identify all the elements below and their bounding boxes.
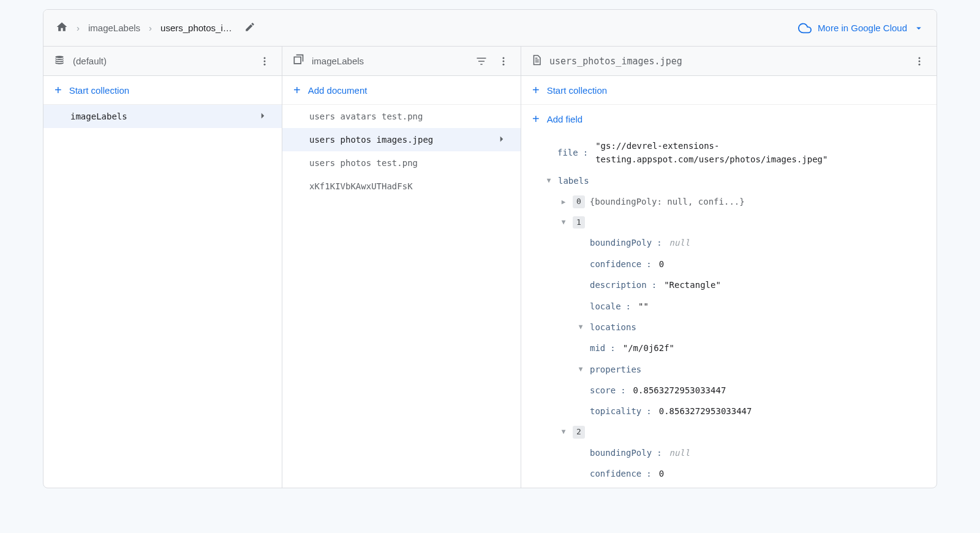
root-column-title: (default) — [73, 56, 107, 66]
svg-point-2 — [264, 63, 266, 65]
home-icon[interactable] — [56, 21, 68, 35]
field-row-label-0[interactable]: ▶ 0 {boundingPoly: null, confi...} — [521, 191, 937, 212]
field-row-locations[interactable]: ▼ locations — [521, 317, 937, 338]
more-icon[interactable] — [496, 54, 511, 69]
field-key: locations — [590, 320, 636, 334]
add-field-label: Add field — [547, 114, 582, 124]
cloud-link-label: More in Google Cloud — [818, 23, 907, 33]
document-item-label: users_photos_test.png — [296, 158, 507, 168]
field-row[interactable]: description: "Rectangle" — [521, 274, 937, 295]
field-key: description — [590, 278, 647, 292]
collection-item-imageLabels[interactable]: imageLabels — [43, 105, 282, 128]
field-row-properties[interactable]: ▼ properties — [521, 359, 937, 380]
document-item-label: users_avatars_test.png — [296, 112, 507, 121]
field-row[interactable]: boundingPoly: null — [521, 232, 937, 253]
field-key: confidence — [590, 467, 641, 480]
collapse-icon[interactable]: ▼ — [576, 322, 585, 333]
field-row-label-1[interactable]: ▼ 1 — [521, 213, 937, 233]
field-value: "/m/0j62f" — [623, 341, 674, 355]
fields-column-header: users_photos_images.jpeg — [521, 47, 937, 76]
field-row[interactable]: score: 0.8563272953033447 — [521, 380, 937, 401]
plus-icon: + — [293, 84, 301, 96]
field-key: properties — [590, 363, 641, 376]
field-value: "Rectangle" — [664, 278, 721, 292]
document-item[interactable]: users_photos_test.png — [282, 151, 521, 175]
start-collection-button[interactable]: + Start collection — [521, 76, 937, 104]
field-value: "gs://devrel-extensions-testing.appspot.… — [595, 139, 927, 167]
field-value: 0 — [659, 257, 664, 271]
topbar: › imageLabels › users_photos_i… More in … — [43, 10, 937, 47]
field-key: file — [557, 146, 578, 159]
field-key: boundingPoly — [590, 446, 652, 459]
root-column-header: (default) — [43, 47, 282, 76]
field-key: labels — [558, 174, 589, 187]
field-row[interactable]: locale: "" — [521, 296, 937, 317]
array-index-badge: 1 — [573, 216, 585, 229]
start-collection-button[interactable]: + Start collection — [43, 76, 282, 104]
start-collection-label: Start collection — [547, 85, 607, 96]
expand-icon[interactable]: ▶ — [559, 197, 568, 208]
field-row[interactable]: confidence: 0 — [521, 463, 937, 484]
field-row-label-2[interactable]: ▼ 2 — [521, 422, 937, 442]
collapse-icon[interactable]: ▼ — [559, 217, 568, 228]
document-item-label: xKf1KIVbKAwxUTHadFsK — [296, 181, 507, 191]
field-key: confidence — [590, 257, 641, 271]
filter-icon[interactable] — [474, 54, 489, 69]
svg-point-7 — [919, 60, 921, 62]
document-item[interactable]: xKf1KIVbKAwxUTHadFsK — [282, 175, 521, 198]
fields-column: users_photos_images.jpeg + Start collect… — [521, 47, 937, 488]
field-row[interactable]: topicality: 0.8563272953033447 — [521, 401, 937, 421]
svg-point-6 — [919, 57, 921, 59]
add-field-button[interactable]: + Add field — [521, 105, 937, 133]
collection-item-label: imageLabels — [57, 112, 257, 121]
collection-icon — [292, 54, 304, 68]
field-row-file[interactable]: file: "gs://devrel-extensions-testing.ap… — [521, 135, 937, 170]
document-icon — [531, 55, 542, 67]
svg-point-4 — [503, 60, 505, 62]
array-index-badge: 0 — [573, 195, 585, 208]
chevron-right-icon — [257, 110, 268, 123]
field-row-labels[interactable]: ▼ labels — [521, 170, 937, 191]
edit-icon[interactable] — [244, 21, 255, 34]
database-panel: › imageLabels › users_photos_i… More in … — [43, 9, 937, 488]
document-item[interactable]: users_avatars_test.png — [282, 105, 521, 128]
database-icon — [53, 54, 66, 68]
breadcrumb-item[interactable]: users_photos_i… — [160, 23, 232, 33]
documents-column-header: imageLabels — [282, 47, 521, 76]
field-row[interactable]: mid: "/m/0j62f" — [521, 338, 937, 358]
breadcrumb-separator: › — [77, 23, 80, 33]
add-document-button[interactable]: + Add document — [282, 76, 521, 104]
chevron-down-icon — [913, 23, 924, 34]
field-key: topicality — [590, 404, 641, 418]
documents-column: imageLabels + Add document users_avatars… — [282, 47, 521, 488]
breadcrumb: › imageLabels › users_photos_i… — [56, 21, 255, 35]
breadcrumb-item[interactable]: imageLabels — [88, 23, 140, 33]
field-value: null — [669, 446, 690, 459]
fields-column-title: users_photos_images.jpeg — [549, 56, 682, 67]
field-key: locale — [590, 300, 621, 313]
more-in-google-cloud-link[interactable]: More in Google Cloud — [798, 21, 924, 35]
columns: (default) + Start collection imageLabels — [43, 47, 937, 488]
field-key: boundingPoly — [590, 236, 652, 249]
more-icon[interactable] — [257, 54, 272, 69]
plus-icon: + — [532, 84, 540, 96]
collapse-icon[interactable]: ▼ — [559, 426, 568, 437]
document-item-label: users_photos_images.jpeg — [296, 135, 496, 145]
field-value: 0 — [659, 467, 664, 480]
svg-point-5 — [503, 63, 505, 65]
field-row[interactable]: boundingPoly: null — [521, 442, 937, 463]
cloud-icon — [798, 21, 812, 35]
array-index-badge: 2 — [573, 426, 585, 439]
document-item[interactable]: users_photos_images.jpeg — [282, 128, 521, 151]
add-document-label: Add document — [308, 85, 368, 96]
more-icon[interactable] — [912, 54, 927, 69]
svg-point-1 — [264, 60, 266, 62]
field-key: score — [590, 384, 616, 397]
breadcrumb-separator: › — [149, 23, 152, 33]
field-row[interactable]: confidence: 0 — [521, 254, 937, 274]
svg-point-0 — [264, 57, 266, 59]
collapse-icon[interactable]: ▼ — [576, 364, 585, 375]
collapse-icon[interactable]: ▼ — [545, 175, 553, 186]
start-collection-label: Start collection — [69, 85, 129, 96]
svg-point-3 — [503, 57, 505, 59]
